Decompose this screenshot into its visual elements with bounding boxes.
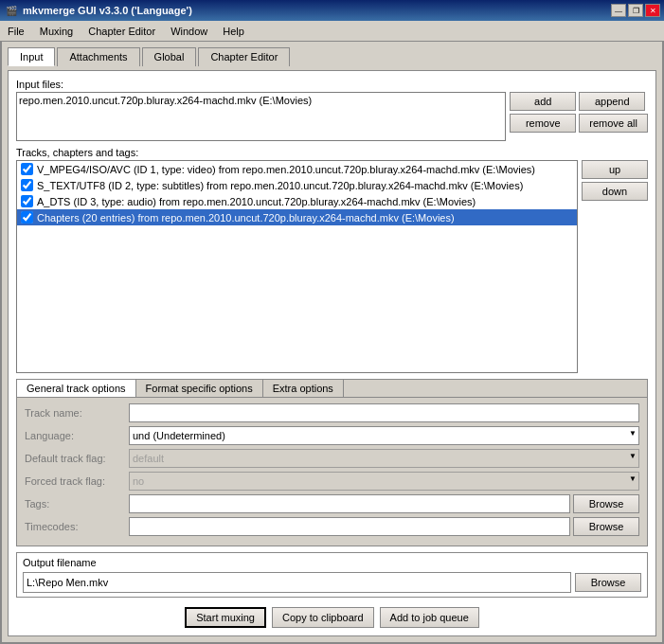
- tab-attachments[interactable]: Attachments: [57, 47, 139, 66]
- language-row: Language: und (Undetermined)eng (English…: [25, 426, 639, 445]
- append-button[interactable]: append: [579, 92, 645, 111]
- add-to-job-queue-button[interactable]: Add to job queue: [380, 607, 479, 628]
- forced-track-flag-label: Forced track flag:: [25, 475, 129, 487]
- tab-content-input: Input files: repo.men.2010.uncut.720p.bl…: [8, 70, 656, 636]
- tracks-side-buttons: up down: [582, 160, 648, 373]
- track-text: V_MPEG4/ISO/AVC (ID 1, type: video) from…: [37, 164, 535, 175]
- tags-label: Tags:: [25, 498, 129, 510]
- tab-chapter-editor[interactable]: Chapter Editor: [198, 47, 290, 66]
- app-icon: 🎬: [4, 3, 19, 18]
- top-tab-bar: Input Attachments Global Chapter Editor: [8, 47, 656, 66]
- tab-global[interactable]: Global: [142, 47, 197, 66]
- start-muxing-button[interactable]: Start muxing: [185, 607, 266, 628]
- remove-button[interactable]: remove: [510, 114, 576, 133]
- tab-format-specific-options[interactable]: Format specific options: [136, 380, 263, 397]
- menu-file[interactable]: File: [0, 24, 32, 39]
- track-options-tab-bar: General track options Format specific op…: [17, 380, 647, 398]
- menu-window[interactable]: Window: [163, 24, 215, 39]
- track-item[interactable]: Chapters (20 entries) from repo.men.2010…: [17, 209, 577, 225]
- default-track-flag-select[interactable]: defaultyesno: [129, 449, 639, 468]
- main-window: Input Attachments Global Chapter Editor …: [0, 42, 664, 644]
- tracks-list-row: V_MPEG4/ISO/AVC (ID 1, type: video) from…: [16, 160, 648, 373]
- default-track-flag-row: Default track flag: defaultyesno ▼: [25, 449, 639, 468]
- tags-input[interactable]: [129, 494, 570, 513]
- track-options-content: Track name: Language: und (Undetermined)…: [17, 398, 647, 546]
- input-files-row: repo.men.2010.uncut.720p.bluray.x264-mac…: [16, 92, 648, 141]
- default-track-flag-label: Default track flag:: [25, 453, 129, 464]
- remove-row: remove remove all: [510, 114, 648, 133]
- track-checkbox[interactable]: [21, 163, 33, 175]
- forced-track-select-wrapper: noyes ▼: [129, 472, 639, 491]
- tags-browse-button[interactable]: Browse: [573, 494, 639, 513]
- track-name-input[interactable]: [129, 403, 639, 422]
- tab-input[interactable]: Input: [8, 47, 55, 66]
- track-checkbox[interactable]: [21, 195, 33, 207]
- language-select[interactable]: und (Undetermined)eng (English)ger (Germ…: [129, 426, 639, 445]
- remove-all-button[interactable]: remove all: [579, 114, 648, 133]
- timecodes-input-browse: Browse: [129, 517, 639, 536]
- bottom-buttons: Start muxing Copy to clipboard Add to jo…: [16, 607, 648, 628]
- track-name-row: Track name:: [25, 403, 639, 422]
- track-item[interactable]: S_TEXT/UTF8 (ID 2, type: subtitles) from…: [17, 177, 577, 193]
- default-track-select-wrapper: defaultyesno ▼: [129, 449, 639, 468]
- window-title: mkvmerge GUI v3.3.0 ('Language'): [23, 5, 611, 16]
- tab-extra-options[interactable]: Extra options: [263, 380, 344, 397]
- window-controls: — ❐ ✕: [611, 4, 660, 17]
- up-button[interactable]: up: [582, 160, 648, 179]
- output-label: Output filename: [23, 557, 641, 568]
- tracks-label: Tracks, chapters and tags:: [16, 147, 648, 158]
- tags-row: Tags: Browse: [25, 494, 639, 513]
- tags-input-browse: Browse: [129, 494, 639, 513]
- forced-track-flag-select[interactable]: noyes: [129, 472, 639, 491]
- down-button[interactable]: down: [582, 182, 648, 201]
- close-button[interactable]: ✕: [645, 4, 660, 17]
- output-filename-input[interactable]: [23, 572, 571, 593]
- track-item[interactable]: A_DTS (ID 3, type: audio) from repo.men.…: [17, 193, 577, 209]
- timecodes-row: Timecodes: Browse: [25, 517, 639, 536]
- track-options-panel: General track options Format specific op…: [16, 379, 648, 546]
- track-checkbox[interactable]: [21, 211, 33, 224]
- restore-button[interactable]: ❐: [628, 4, 643, 17]
- title-bar: 🎬 mkvmerge GUI v3.3.0 ('Language') — ❐ ✕: [0, 0, 664, 21]
- track-item[interactable]: V_MPEG4/ISO/AVC (ID 1, type: video) from…: [17, 161, 577, 177]
- tab-general-track-options[interactable]: General track options: [17, 380, 136, 397]
- menu-chapter-editor[interactable]: Chapter Editor: [81, 24, 163, 39]
- timecodes-browse-button[interactable]: Browse: [573, 517, 639, 536]
- minimize-button[interactable]: —: [611, 4, 626, 17]
- input-files-textarea[interactable]: repo.men.2010.uncut.720p.bluray.x264-mac…: [16, 92, 506, 141]
- tracks-list[interactable]: V_MPEG4/ISO/AVC (ID 1, type: video) from…: [16, 160, 578, 373]
- track-text: S_TEXT/UTF8 (ID 2, type: subtitles) from…: [37, 180, 523, 191]
- menu-muxing[interactable]: Muxing: [32, 24, 81, 39]
- track-text: A_DTS (ID 3, type: audio) from repo.men.…: [37, 196, 476, 207]
- language-select-wrapper: und (Undetermined)eng (English)ger (Germ…: [129, 426, 639, 445]
- track-checkbox[interactable]: [21, 179, 33, 191]
- output-section: Output filename Browse: [16, 552, 648, 598]
- track-name-label: Track name:: [25, 407, 129, 419]
- menu-help[interactable]: Help: [215, 24, 252, 39]
- output-row: Browse: [23, 572, 641, 593]
- copy-to-clipboard-button[interactable]: Copy to clipboard: [272, 607, 374, 628]
- forced-track-flag-row: Forced track flag: noyes ▼: [25, 472, 639, 491]
- timecodes-input[interactable]: [129, 517, 570, 536]
- language-label: Language:: [25, 430, 129, 441]
- menu-bar: File Muxing Chapter Editor Window Help: [0, 21, 664, 42]
- add-append-row: add append: [510, 92, 648, 111]
- timecodes-label: Timecodes:: [25, 521, 129, 532]
- add-button[interactable]: add: [510, 92, 576, 111]
- input-files-buttons: add append remove remove all: [510, 92, 648, 133]
- input-files-section: Input files: repo.men.2010.uncut.720p.bl…: [16, 79, 648, 141]
- track-text: Chapters (20 entries) from repo.men.2010…: [37, 212, 455, 224]
- tracks-section: Tracks, chapters and tags: V_MPEG4/ISO/A…: [16, 147, 648, 373]
- output-browse-button[interactable]: Browse: [575, 573, 641, 592]
- input-files-label: Input files:: [16, 79, 648, 90]
